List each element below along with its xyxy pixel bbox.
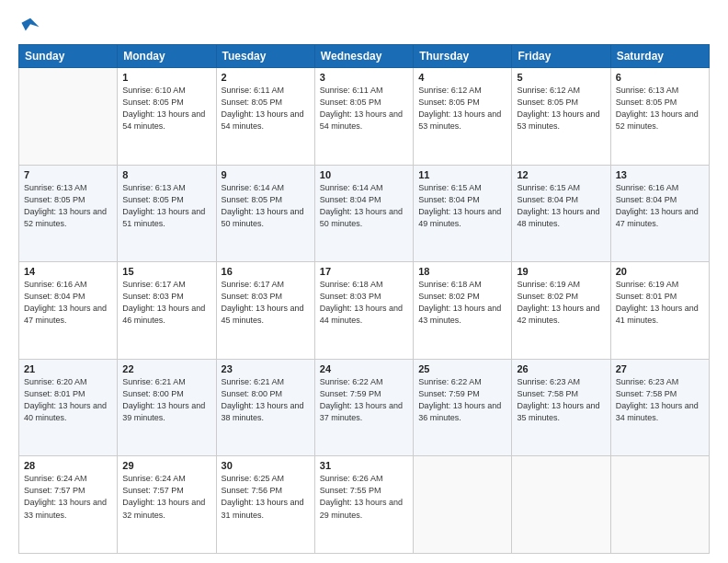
calendar-cell: 8Sunrise: 6:13 AMSunset: 8:05 PMDaylight… [118,165,216,262]
calendar-cell: 29Sunrise: 6:24 AMSunset: 7:57 PMDayligh… [118,456,216,554]
cell-date: 22 [122,363,210,374]
cell-info: Sunrise: 6:13 AMSunset: 8:05 PMDaylight:… [616,85,704,132]
cell-info: Sunrise: 6:19 AMSunset: 8:02 PMDaylight:… [517,279,605,327]
calendar-cell: 22Sunrise: 6:21 AMSunset: 8:00 PMDayligh… [118,359,216,456]
calendar-cell: 15Sunrise: 6:17 AMSunset: 8:03 PMDayligh… [118,262,216,360]
logo-bird-icon [20,15,40,35]
cell-date: 8 [122,169,210,180]
cell-date: 29 [122,460,210,471]
page-header [18,15,710,35]
calendar-cell: 31Sunrise: 6:26 AMSunset: 7:55 PMDayligh… [314,456,413,554]
calendar-cell: 4Sunrise: 6:12 AMSunset: 8:05 PMDaylight… [414,68,512,166]
cell-date: 19 [517,266,605,277]
cell-info: Sunrise: 6:17 AMSunset: 8:03 PMDaylight:… [222,279,310,327]
calendar-week-row: 21Sunrise: 6:20 AMSunset: 8:01 PMDayligh… [19,359,710,456]
cell-date: 10 [320,169,408,180]
cell-info: Sunrise: 6:12 AMSunset: 8:05 PMDaylight:… [517,85,605,132]
cell-date: 14 [24,266,112,277]
calendar-cell: 6Sunrise: 6:13 AMSunset: 8:05 PMDaylight… [610,68,709,166]
calendar-cell: 16Sunrise: 6:17 AMSunset: 8:03 PMDayligh… [216,262,314,360]
cell-info: Sunrise: 6:12 AMSunset: 8:05 PMDaylight:… [418,85,506,132]
cell-info: Sunrise: 6:15 AMSunset: 8:04 PMDaylight:… [418,182,506,230]
cell-date: 7 [24,169,112,180]
cell-info: Sunrise: 6:17 AMSunset: 8:03 PMDaylight:… [122,279,210,327]
calendar-cell: 12Sunrise: 6:15 AMSunset: 8:04 PMDayligh… [512,165,610,262]
cell-date: 28 [24,460,112,471]
cell-info: Sunrise: 6:11 AMSunset: 8:05 PMDaylight:… [320,85,408,132]
cell-date: 27 [616,363,704,374]
calendar-cell: 23Sunrise: 6:21 AMSunset: 8:00 PMDayligh… [216,359,314,456]
calendar-cell: 3Sunrise: 6:11 AMSunset: 8:05 PMDaylight… [314,68,413,166]
calendar-week-row: 7Sunrise: 6:13 AMSunset: 8:05 PMDaylight… [19,165,710,262]
cell-date: 9 [222,169,310,180]
calendar-week-row: 1Sunrise: 6:10 AMSunset: 8:05 PMDaylight… [19,68,710,166]
calendar-day-header: Saturday [610,45,709,68]
calendar-cell: 20Sunrise: 6:19 AMSunset: 8:01 PMDayligh… [610,262,709,360]
calendar-header-row: SundayMondayTuesdayWednesdayThursdayFrid… [19,45,710,68]
cell-date: 6 [616,72,704,83]
calendar-day-header: Sunday [19,45,118,68]
calendar-cell: 19Sunrise: 6:19 AMSunset: 8:02 PMDayligh… [512,262,610,360]
calendar-cell: 26Sunrise: 6:23 AMSunset: 7:58 PMDayligh… [512,359,610,456]
cell-info: Sunrise: 6:23 AMSunset: 7:58 PMDaylight:… [517,376,605,424]
cell-date: 3 [320,72,408,83]
cell-info: Sunrise: 6:10 AMSunset: 8:05 PMDaylight:… [122,85,210,132]
calendar-cell: 13Sunrise: 6:16 AMSunset: 8:04 PMDayligh… [610,165,709,262]
cell-date: 21 [24,363,112,374]
calendar-cell: 2Sunrise: 6:11 AMSunset: 8:05 PMDaylight… [216,68,314,166]
cell-info: Sunrise: 6:11 AMSunset: 8:05 PMDaylight:… [222,85,310,132]
cell-info: Sunrise: 6:14 AMSunset: 8:04 PMDaylight:… [320,182,408,230]
cell-info: Sunrise: 6:26 AMSunset: 7:55 PMDaylight:… [320,473,408,521]
cell-info: Sunrise: 6:16 AMSunset: 8:04 PMDaylight:… [24,279,112,327]
cell-info: Sunrise: 6:25 AMSunset: 7:56 PMDaylight:… [222,473,310,521]
svg-marker-0 [21,18,39,31]
cell-date: 24 [320,363,408,374]
calendar-cell: 7Sunrise: 6:13 AMSunset: 8:05 PMDaylight… [19,165,118,262]
cell-date: 20 [616,266,704,277]
calendar-cell: 17Sunrise: 6:18 AMSunset: 8:03 PMDayligh… [314,262,413,360]
cell-info: Sunrise: 6:21 AMSunset: 8:00 PMDaylight:… [122,376,210,424]
cell-date: 4 [418,72,506,83]
cell-date: 13 [616,169,704,180]
calendar-day-header: Tuesday [216,45,314,68]
cell-info: Sunrise: 6:24 AMSunset: 7:57 PMDaylight:… [24,473,112,521]
cell-date: 23 [222,363,310,374]
cell-info: Sunrise: 6:24 AMSunset: 7:57 PMDaylight:… [122,473,210,521]
cell-date: 1 [122,72,210,83]
calendar-cell: 30Sunrise: 6:25 AMSunset: 7:56 PMDayligh… [216,456,314,554]
calendar-cell [414,456,512,554]
cell-info: Sunrise: 6:23 AMSunset: 7:58 PMDaylight:… [616,376,704,424]
cell-date: 15 [122,266,210,277]
cell-date: 18 [418,266,506,277]
calendar-cell: 21Sunrise: 6:20 AMSunset: 8:01 PMDayligh… [19,359,118,456]
calendar-week-row: 14Sunrise: 6:16 AMSunset: 8:04 PMDayligh… [19,262,710,360]
cell-date: 26 [517,363,605,374]
cell-info: Sunrise: 6:14 AMSunset: 8:05 PMDaylight:… [222,182,310,230]
calendar-cell: 28Sunrise: 6:24 AMSunset: 7:57 PMDayligh… [19,456,118,554]
calendar-cell [19,68,118,166]
calendar-cell [610,456,709,554]
calendar-week-row: 28Sunrise: 6:24 AMSunset: 7:57 PMDayligh… [19,456,710,554]
calendar-cell: 1Sunrise: 6:10 AMSunset: 8:05 PMDaylight… [118,68,216,166]
cell-date: 25 [418,363,506,374]
calendar-cell: 9Sunrise: 6:14 AMSunset: 8:05 PMDaylight… [216,165,314,262]
cell-date: 5 [517,72,605,83]
logo [18,15,40,35]
cell-info: Sunrise: 6:15 AMSunset: 8:04 PMDaylight:… [517,182,605,230]
cell-date: 31 [320,460,408,471]
cell-info: Sunrise: 6:18 AMSunset: 8:03 PMDaylight:… [320,279,408,327]
calendar-cell: 14Sunrise: 6:16 AMSunset: 8:04 PMDayligh… [19,262,118,360]
cell-info: Sunrise: 6:21 AMSunset: 8:00 PMDaylight:… [222,376,310,424]
cell-date: 17 [320,266,408,277]
cell-info: Sunrise: 6:16 AMSunset: 8:04 PMDaylight:… [616,182,704,230]
cell-info: Sunrise: 6:13 AMSunset: 8:05 PMDaylight:… [24,182,112,230]
calendar-day-header: Wednesday [314,45,413,68]
cell-info: Sunrise: 6:22 AMSunset: 7:59 PMDaylight:… [320,376,408,424]
calendar-cell: 25Sunrise: 6:22 AMSunset: 7:59 PMDayligh… [414,359,512,456]
cell-info: Sunrise: 6:20 AMSunset: 8:01 PMDaylight:… [24,376,112,424]
calendar-table: SundayMondayTuesdayWednesdayThursdayFrid… [18,44,710,554]
cell-info: Sunrise: 6:19 AMSunset: 8:01 PMDaylight:… [616,279,704,327]
calendar-cell: 18Sunrise: 6:18 AMSunset: 8:02 PMDayligh… [414,262,512,360]
calendar-cell: 5Sunrise: 6:12 AMSunset: 8:05 PMDaylight… [512,68,610,166]
calendar-day-header: Thursday [414,45,512,68]
